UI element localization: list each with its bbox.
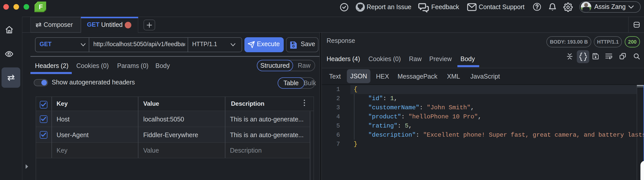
svg-text:F: F bbox=[39, 3, 43, 11]
